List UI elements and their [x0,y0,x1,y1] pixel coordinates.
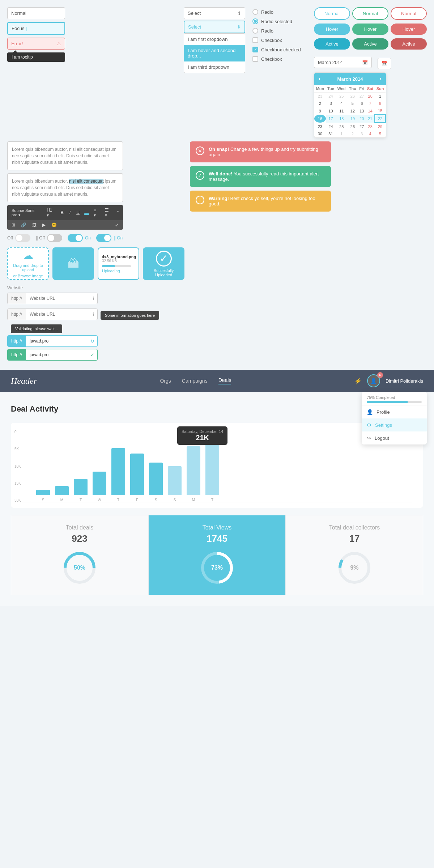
cal-cell[interactable]: 8 [375,100,386,107]
dropdown-item-1[interactable]: I am first dropdown [184,34,245,45]
radio-3[interactable]: Radio [252,28,307,34]
quote-button[interactable]: " [116,209,120,216]
underline-button[interactable]: U [75,209,81,216]
radio-2[interactable]: Radio selected [252,18,307,24]
lightning-icon-button[interactable]: ⚡ [354,378,362,384]
notification-button[interactable]: 👤 6 [367,374,380,387]
cal-cell[interactable]: 9 [314,107,326,115]
dropdown-active[interactable]: Select ⇕ [184,21,245,33]
menu-settings[interactable]: ⚙ Settings [362,418,427,431]
error-input[interactable]: Error! ⚠ [7,38,65,50]
btn-blue-hover[interactable]: Hover [314,24,350,35]
cal-cell[interactable]: 20 [358,115,366,123]
font-selector[interactable]: Source Sans pro ▾ [10,208,42,218]
cal-prev[interactable]: ‹ [319,76,320,82]
btn-blue-active[interactable]: Active [314,38,350,50]
cal-cell[interactable]: 24 [326,123,336,130]
normal-input[interactable]: Normal [7,7,65,19]
textarea-1[interactable]: Lorem quis bibendum auctor, nisi elit co… [7,141,123,170]
cal-cell[interactable]: 2 [347,130,358,137]
url-input-2[interactable]: http:// ℹ [7,309,98,320]
url-field-1[interactable] [26,293,90,304]
cal-cell[interactable]: 5 [375,130,386,137]
btn-red-hover[interactable]: Hover [391,24,427,35]
cal-cell[interactable]: 29 [375,123,386,130]
calendar-icon-button[interactable]: 📅 [378,58,391,69]
heading-selector[interactable]: H1 ▾ [45,207,56,218]
italic-button[interactable]: I [68,209,72,216]
toggle-on-2[interactable]: ‖ On [96,234,123,242]
cal-cell[interactable]: 30 [314,130,326,137]
info-icon[interactable]: ℹ [90,312,97,317]
btn-green-active[interactable]: Active [352,38,388,50]
cal-cell[interactable]: 25 [336,93,347,100]
btn-red-active[interactable]: Active [391,38,427,50]
cal-cell[interactable]: 14 [366,107,375,115]
emoji-icon[interactable]: 😊 [50,222,58,228]
cal-cell[interactable]: 26 [347,93,358,100]
link-icon[interactable]: 🔗 [20,222,28,228]
cal-cell[interactable]: 2 [314,100,326,107]
cal-cell[interactable]: 27 [358,93,366,100]
btn-red-normal[interactable]: Normal [391,7,427,20]
align-button[interactable]: ≡ ▾ [92,207,101,218]
browse-link[interactable]: or Browse image [13,274,43,278]
toggle-on-1[interactable]: On [68,234,91,242]
dropdown-item-2[interactable]: I am hover and second drop... [184,45,245,61]
cal-cell[interactable]: 24 [326,93,336,100]
cal-cell[interactable]: 26 [347,123,358,130]
nav-deals[interactable]: Deals [218,377,231,384]
image-icon[interactable]: 🖼 [31,222,38,228]
btn-green-normal[interactable]: Normal [352,7,388,20]
url-field-validated[interactable] [26,349,88,360]
cal-cell[interactable]: 13 [358,107,366,115]
url-input-1[interactable]: http:// ℹ [7,293,98,304]
cal-cell[interactable]: 1 [336,130,347,137]
cal-cell[interactable]: 31 [326,130,336,137]
url-input-validating[interactable]: http:// ↻ [7,335,98,347]
url-input-validated[interactable]: http:// ✓ [7,349,98,361]
cal-cell[interactable]: 10 [326,107,336,115]
url-field-validating[interactable] [26,336,88,346]
text-color[interactable] [84,213,89,215]
expand-icon[interactable]: ⤢ [114,222,120,228]
nav-campaigns[interactable]: Campaigns [182,378,208,384]
btn-blue-normal[interactable]: Normal [314,7,350,20]
cal-cell[interactable]: 18 [336,115,347,123]
cal-next[interactable]: › [380,76,382,82]
cal-cell[interactable]: 3 [358,130,366,137]
info-icon[interactable]: ℹ [90,296,97,301]
url-field-2[interactable] [26,309,90,320]
textarea-2[interactable]: Lorem quis bibendum auctor, nisi elit co… [7,173,123,202]
cal-cell[interactable]: 3 [326,100,336,107]
cal-cell[interactable]: 11 [336,107,347,115]
dropdown-normal[interactable]: Select ⇕ [184,7,245,19]
checkbox-3[interactable]: Checkbox [252,56,307,62]
checkbox-1[interactable]: Checkbox [252,37,307,43]
bold-button[interactable]: B [59,209,65,216]
cal-cell[interactable]: 27 [358,123,366,130]
cal-cell[interactable]: 28 [366,123,375,130]
user-name[interactable]: Dimitri Poliderakis [386,378,423,384]
nav-orgs[interactable]: Orgs [160,378,171,384]
cal-cell[interactable]: 1 [375,93,386,100]
menu-profile[interactable]: 👤 Profile [362,405,427,418]
cal-cell[interactable]: 19 [347,115,358,123]
cal-cell[interactable]: 15 [375,107,386,115]
dropdown-item-3[interactable]: I am third dropdown [184,61,245,73]
checkbox-2[interactable]: ✓ Checkbox checked [252,47,307,52]
cal-cell[interactable]: 25 [336,123,347,130]
cal-cell[interactable]: 16 [314,115,326,123]
menu-logout[interactable]: ↪ Logout [362,431,427,444]
cal-cell[interactable]: 5 [347,100,358,107]
cal-cell[interactable]: 6 [358,100,366,107]
focus-input[interactable]: Focus | [7,22,65,35]
cal-cell[interactable]: 28 [366,93,375,100]
btn-green-hover[interactable]: Hover [352,24,388,35]
upload-dropzone[interactable]: ☁ Drag and drop to upload or Browse imag… [7,247,49,280]
table-icon[interactable]: ⊞ [10,222,17,228]
cal-cell-today[interactable]: 22 [375,115,386,123]
cal-cell[interactable]: 12 [347,107,358,115]
radio-1[interactable]: Radio [252,9,307,15]
toggle-off-1[interactable]: Off [7,234,30,242]
